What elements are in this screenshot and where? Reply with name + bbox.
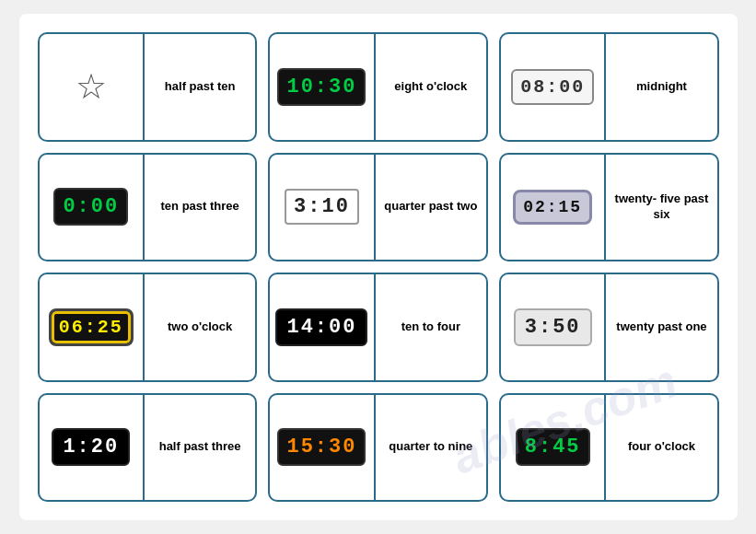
clock-display-8: 14:00 bbox=[270, 274, 374, 380]
card-5: 3:10quarter past two bbox=[268, 153, 488, 262]
clock-display-6: 02:15 bbox=[501, 155, 605, 261]
clock-display-10: 1:20 bbox=[40, 395, 144, 501]
time-display-9: 3:50 bbox=[514, 308, 592, 346]
time-label-9: twenty past one bbox=[604, 274, 716, 380]
time-label-3: midnight bbox=[604, 34, 716, 140]
time-display-8: 14:00 bbox=[275, 308, 367, 346]
time-display-10: 1:20 bbox=[52, 428, 130, 466]
clock-display-12: 8:45 bbox=[501, 395, 605, 501]
clock-display-9: 3:50 bbox=[501, 274, 605, 380]
card-9: 3:50twenty past one bbox=[499, 273, 719, 382]
card-11: 15:30quarter to nine bbox=[268, 393, 488, 503]
card-6: 02:15twenty- five past six bbox=[499, 153, 719, 262]
card-4: 0:00ten past three bbox=[38, 153, 258, 262]
clock-display-11: 15:30 bbox=[270, 395, 374, 501]
card-2: 10:30eight o'clock bbox=[268, 32, 488, 142]
clock-display-3: 08:00 bbox=[501, 34, 605, 140]
time-label-5: quarter past two bbox=[374, 155, 486, 261]
time-label-7: two o'clock bbox=[143, 274, 255, 380]
time-display-11: 15:30 bbox=[277, 428, 366, 466]
time-display-5: 3:10 bbox=[285, 189, 359, 225]
time-display-3: 08:00 bbox=[511, 69, 594, 105]
time-label-12: four o'clock bbox=[604, 395, 716, 501]
time-label-1: half past ten bbox=[143, 34, 255, 140]
card-8: 14:00ten to four bbox=[268, 273, 488, 382]
card-1: ☆half past ten bbox=[38, 32, 258, 142]
star-icon: ☆ bbox=[76, 69, 107, 104]
time-label-8: ten to four bbox=[374, 274, 486, 380]
card-3: 08:00midnight bbox=[499, 32, 719, 142]
time-label-10: half past three bbox=[143, 395, 255, 501]
card-7: 06:25two o'clock bbox=[38, 273, 258, 382]
clock-display-1: ☆ bbox=[40, 34, 144, 140]
card-12: 8:45four o'clock bbox=[499, 393, 719, 503]
clock-display-2: 10:30 bbox=[270, 34, 374, 140]
clock-display-7: 06:25 bbox=[40, 274, 144, 380]
time-label-4: ten past three bbox=[143, 155, 255, 261]
worksheet: ☆half past ten10:30eight o'clock08:00mid… bbox=[19, 14, 738, 520]
time-display-7: 06:25 bbox=[49, 308, 134, 346]
time-label-2: eight o'clock bbox=[374, 34, 486, 140]
time-label-6: twenty- five past six bbox=[604, 155, 716, 261]
time-display-6: 02:15 bbox=[513, 190, 592, 225]
time-label-11: quarter to nine bbox=[374, 395, 486, 501]
time-display-12: 8:45 bbox=[516, 428, 590, 466]
time-display-2: 10:30 bbox=[277, 68, 366, 106]
clock-display-4: 0:00 bbox=[40, 155, 144, 261]
card-10: 1:20half past three bbox=[38, 393, 258, 503]
clock-display-5: 3:10 bbox=[270, 155, 374, 261]
time-display-4: 0:00 bbox=[53, 188, 128, 226]
